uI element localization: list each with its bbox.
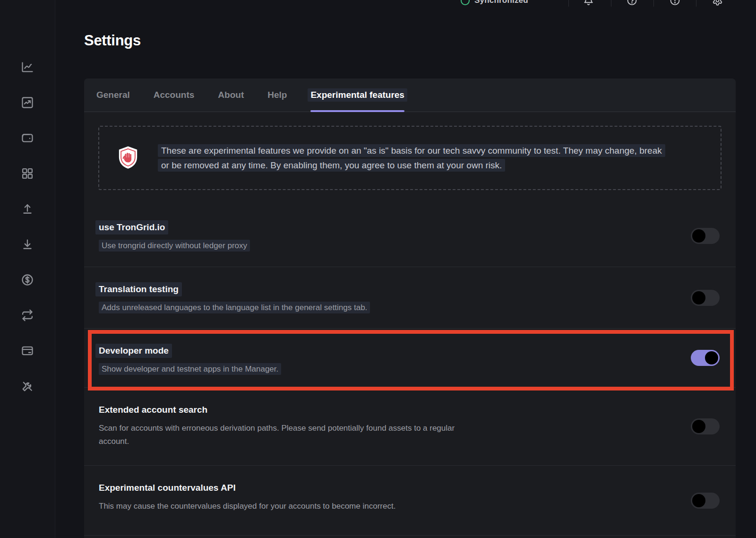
setting-description: Adds unreleased languages to the languag… — [99, 301, 467, 314]
sidebar-item-portfolio[interactable] — [21, 61, 34, 74]
help-circle-icon[interactable] — [627, 0, 637, 6]
sidebar-item-market[interactable] — [21, 96, 34, 109]
topbar-divider — [696, 0, 696, 7]
trongrid-toggle[interactable] — [691, 228, 720, 244]
setting-title: Translation testing — [95, 282, 182, 296]
settings-gear-icon[interactable] — [712, 0, 723, 6]
translation-testing-toggle[interactable] — [691, 290, 720, 306]
sidebar-item-buy[interactable] — [21, 273, 34, 286]
extended-account-search-toggle[interactable] — [691, 418, 720, 434]
warning-text: These are experimental features we provi… — [158, 143, 663, 173]
tab-help[interactable]: Help — [267, 78, 287, 112]
grid-icon — [21, 167, 34, 180]
experimental-warning-banner: These are experimental features we provi… — [98, 126, 722, 190]
setting-title: use TronGrid.io — [95, 220, 168, 234]
line-chart-icon — [21, 61, 34, 74]
setting-row-trongrid: use TronGrid.io Use trongrid directly wi… — [84, 205, 736, 267]
setting-title: Experimental countervalues API — [99, 483, 236, 493]
settings-tabs: General Accounts About Help Experimental… — [84, 78, 736, 112]
sync-status[interactable]: Synchronized — [461, 0, 528, 5]
setting-description: This may cause the countervalues display… — [99, 500, 467, 513]
sidebar-item-experimental[interactable] — [21, 380, 34, 393]
toggle-knob — [692, 494, 705, 507]
settings-rows: use TronGrid.io Use trongrid directly wi… — [84, 205, 736, 536]
sidebar-item-discover[interactable] — [21, 167, 34, 180]
dollar-circle-icon — [21, 273, 34, 286]
tab-experimental-features[interactable]: Experimental features — [310, 78, 404, 112]
wallet-icon — [21, 131, 34, 145]
sidebar — [0, 0, 55, 538]
arrow-down-to-line-icon — [21, 238, 34, 251]
setting-row-developer-mode: Developer mode Show developer and testne… — [84, 329, 736, 388]
countervalues-api-toggle[interactable] — [691, 493, 720, 509]
tab-about[interactable]: About — [218, 78, 244, 112]
arrow-up-from-line-icon — [21, 202, 34, 216]
setting-title: Developer mode — [95, 344, 172, 358]
setting-description: Show developer and testnet apps in the M… — [99, 363, 467, 376]
setting-description: Use trongrid directly without ledger pro… — [99, 239, 467, 252]
setting-row-extended-account-search: Extended account search Scan for account… — [84, 388, 736, 466]
developer-mode-toggle[interactable] — [691, 350, 720, 366]
topbar-divider — [653, 0, 654, 7]
tab-accounts[interactable]: Accounts — [154, 78, 195, 112]
toggle-knob — [705, 351, 718, 364]
tab-general[interactable]: General — [96, 78, 130, 112]
shield-hand-icon — [117, 146, 139, 170]
settings-panel: General Accounts About Help Experimental… — [84, 78, 736, 538]
setting-description: Scan for accounts with erroneous derivat… — [99, 422, 467, 448]
active-tab-underline — [310, 110, 404, 112]
sync-label: Synchronized — [474, 0, 528, 5]
setting-row-countervalues-api: Experimental countervalues API This may … — [84, 466, 736, 536]
sync-check-icon — [461, 0, 470, 5]
swap-repeat-icon — [21, 309, 34, 322]
topbar-divider — [568, 0, 569, 7]
toggle-knob — [692, 420, 705, 433]
sidebar-item-send[interactable] — [21, 202, 34, 216]
toggle-knob — [692, 291, 705, 304]
page-title: Settings — [84, 32, 141, 49]
credit-card-icon — [21, 344, 34, 357]
sidebar-item-card[interactable] — [21, 344, 34, 357]
notifications-bell-icon[interactable] — [583, 0, 594, 6]
setting-title: Extended account search — [99, 405, 207, 415]
setting-row-translation-testing: Translation testing Adds unreleased lang… — [84, 267, 736, 329]
topbar-divider — [611, 0, 611, 7]
sidebar-item-swap[interactable] — [21, 309, 34, 322]
sidebar-item-accounts[interactable] — [21, 131, 34, 145]
trend-chart-icon — [21, 96, 34, 109]
toggle-knob — [692, 229, 705, 243]
topbar: Synchronized — [55, 0, 756, 7]
alert-circle-icon[interactable] — [670, 0, 680, 6]
tools-icon — [21, 380, 34, 393]
sidebar-item-receive[interactable] — [21, 238, 34, 251]
